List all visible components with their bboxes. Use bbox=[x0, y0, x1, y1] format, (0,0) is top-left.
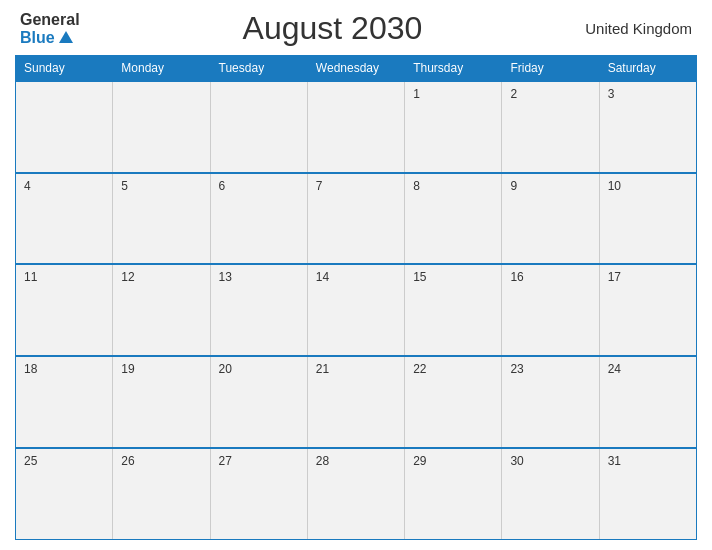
calendar-cell: 30 bbox=[502, 448, 599, 540]
day-number: 22 bbox=[413, 362, 426, 376]
day-number: 13 bbox=[219, 270, 232, 284]
region-label: United Kingdom bbox=[585, 20, 692, 37]
day-number: 30 bbox=[510, 454, 523, 468]
calendar-cell: 13 bbox=[210, 264, 307, 356]
week-row-4: 25262728293031 bbox=[16, 448, 697, 540]
header-tuesday: Tuesday bbox=[210, 56, 307, 82]
day-number: 21 bbox=[316, 362, 329, 376]
calendar-cell: 8 bbox=[405, 173, 502, 265]
day-number: 18 bbox=[24, 362, 37, 376]
calendar-cell: 26 bbox=[113, 448, 210, 540]
calendar-cell: 11 bbox=[16, 264, 113, 356]
calendar-cell: 16 bbox=[502, 264, 599, 356]
header-thursday: Thursday bbox=[405, 56, 502, 82]
week-row-3: 18192021222324 bbox=[16, 356, 697, 448]
logo-triangle-icon bbox=[59, 31, 73, 43]
page-header: General Blue August 2030 United Kingdom bbox=[15, 10, 697, 47]
calendar-cell: 17 bbox=[599, 264, 696, 356]
calendar-cell: 9 bbox=[502, 173, 599, 265]
calendar-title: August 2030 bbox=[243, 10, 423, 47]
calendar-cell: 20 bbox=[210, 356, 307, 448]
logo: General Blue bbox=[20, 11, 80, 46]
calendar-cell: 24 bbox=[599, 356, 696, 448]
calendar-cell: 3 bbox=[599, 81, 696, 173]
calendar-cell: 15 bbox=[405, 264, 502, 356]
calendar-cell bbox=[113, 81, 210, 173]
day-number: 29 bbox=[413, 454, 426, 468]
calendar-header: SundayMondayTuesdayWednesdayThursdayFrid… bbox=[16, 56, 697, 82]
day-number: 2 bbox=[510, 87, 517, 101]
days-of-week-row: SundayMondayTuesdayWednesdayThursdayFrid… bbox=[16, 56, 697, 82]
day-number: 20 bbox=[219, 362, 232, 376]
logo-general-text: General bbox=[20, 11, 80, 29]
calendar-cell: 5 bbox=[113, 173, 210, 265]
day-number: 14 bbox=[316, 270, 329, 284]
calendar-cell bbox=[307, 81, 404, 173]
calendar-cell: 28 bbox=[307, 448, 404, 540]
day-number: 15 bbox=[413, 270, 426, 284]
calendar-cell: 21 bbox=[307, 356, 404, 448]
day-number: 26 bbox=[121, 454, 134, 468]
day-number: 17 bbox=[608, 270, 621, 284]
day-number: 10 bbox=[608, 179, 621, 193]
day-number: 16 bbox=[510, 270, 523, 284]
day-number: 19 bbox=[121, 362, 134, 376]
day-number: 25 bbox=[24, 454, 37, 468]
calendar-body: 1234567891011121314151617181920212223242… bbox=[16, 81, 697, 540]
day-number: 28 bbox=[316, 454, 329, 468]
day-number: 12 bbox=[121, 270, 134, 284]
calendar-table: SundayMondayTuesdayWednesdayThursdayFrid… bbox=[15, 55, 697, 540]
day-number: 23 bbox=[510, 362, 523, 376]
calendar-cell: 14 bbox=[307, 264, 404, 356]
logo-blue-text: Blue bbox=[20, 29, 55, 47]
day-number: 8 bbox=[413, 179, 420, 193]
calendar-cell: 23 bbox=[502, 356, 599, 448]
day-number: 4 bbox=[24, 179, 31, 193]
week-row-2: 11121314151617 bbox=[16, 264, 697, 356]
header-wednesday: Wednesday bbox=[307, 56, 404, 82]
day-number: 6 bbox=[219, 179, 226, 193]
calendar-cell: 22 bbox=[405, 356, 502, 448]
calendar-cell: 27 bbox=[210, 448, 307, 540]
day-number: 7 bbox=[316, 179, 323, 193]
calendar-cell: 4 bbox=[16, 173, 113, 265]
calendar-cell: 29 bbox=[405, 448, 502, 540]
logo-blue-row: Blue bbox=[20, 29, 73, 47]
calendar-cell: 31 bbox=[599, 448, 696, 540]
week-row-1: 45678910 bbox=[16, 173, 697, 265]
day-number: 1 bbox=[413, 87, 420, 101]
day-number: 9 bbox=[510, 179, 517, 193]
header-monday: Monday bbox=[113, 56, 210, 82]
calendar-cell: 7 bbox=[307, 173, 404, 265]
calendar-cell: 25 bbox=[16, 448, 113, 540]
day-number: 11 bbox=[24, 270, 37, 284]
day-number: 3 bbox=[608, 87, 615, 101]
calendar-cell: 18 bbox=[16, 356, 113, 448]
calendar-cell: 2 bbox=[502, 81, 599, 173]
calendar-cell bbox=[210, 81, 307, 173]
header-sunday: Sunday bbox=[16, 56, 113, 82]
day-number: 24 bbox=[608, 362, 621, 376]
calendar-cell: 12 bbox=[113, 264, 210, 356]
calendar-cell: 6 bbox=[210, 173, 307, 265]
day-number: 5 bbox=[121, 179, 128, 193]
week-row-0: 123 bbox=[16, 81, 697, 173]
calendar-cell: 10 bbox=[599, 173, 696, 265]
header-friday: Friday bbox=[502, 56, 599, 82]
day-number: 31 bbox=[608, 454, 621, 468]
header-saturday: Saturday bbox=[599, 56, 696, 82]
calendar-cell: 19 bbox=[113, 356, 210, 448]
calendar-cell: 1 bbox=[405, 81, 502, 173]
calendar-cell bbox=[16, 81, 113, 173]
day-number: 27 bbox=[219, 454, 232, 468]
